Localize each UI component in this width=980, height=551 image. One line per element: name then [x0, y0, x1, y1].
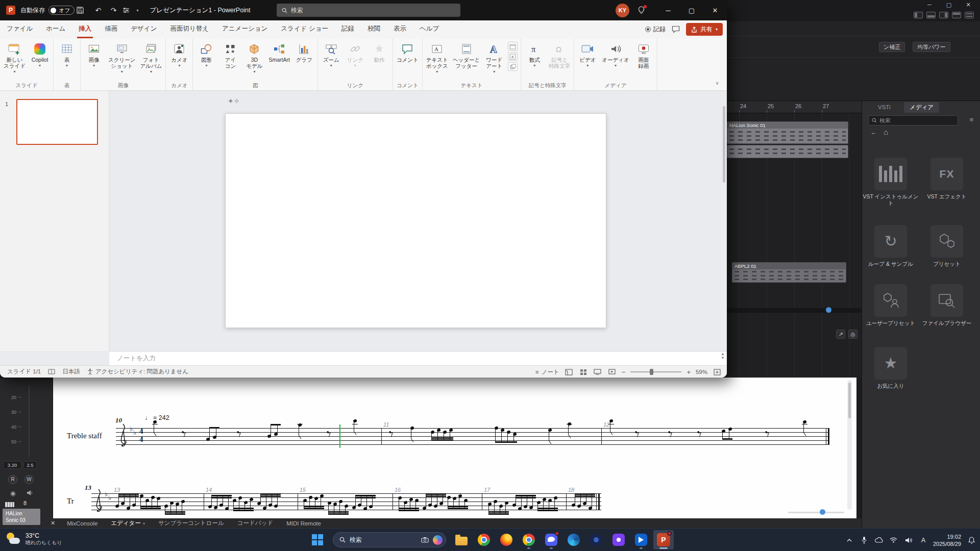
visual-search-camera-icon[interactable]: [421, 537, 429, 543]
dark-blue-app-taskbar-button[interactable]: [586, 530, 606, 549]
purple-app-taskbar-button[interactable]: [608, 530, 629, 549]
favorites-tile[interactable]: ★: [874, 347, 907, 380]
back-arrow-icon[interactable]: ←: [870, 129, 877, 136]
picture-button[interactable]: 画像▾: [82, 39, 106, 68]
equation-button[interactable]: π数式▾: [523, 39, 546, 68]
value-display[interactable]: 2.5: [23, 461, 37, 469]
fit-slide-to-window-icon[interactable]: [713, 367, 722, 377]
save-icon[interactable]: [77, 7, 90, 14]
zoom-slider-knob[interactable]: [650, 369, 653, 375]
midi-clip[interactable]: [727, 145, 848, 158]
menu-tab-record[interactable]: 記録: [335, 20, 361, 38]
hamburger-menu-icon[interactable]: ≡: [969, 116, 973, 123]
toolbar-option-button[interactable]: 均等パワー: [913, 42, 950, 52]
presets-tile[interactable]: [930, 225, 963, 258]
share-button[interactable]: 共有 ▾: [686, 23, 723, 36]
normal-view-icon[interactable]: [565, 367, 574, 377]
reading-view-icon[interactable]: [593, 367, 602, 377]
value-display[interactable]: 3.20: [3, 461, 21, 469]
shapes-button[interactable]: 図形▾: [194, 39, 218, 68]
zoom-level[interactable]: 59%: [696, 369, 707, 375]
cameo-button[interactable]: カメオ▾: [167, 39, 191, 68]
datetime-button[interactable]: [508, 42, 518, 51]
media-search-input[interactable]: 検索: [868, 115, 958, 126]
close-lower-zone-icon[interactable]: ✕: [43, 520, 60, 527]
wifi-icon[interactable]: [889, 534, 899, 546]
record-button[interactable]: 記録: [645, 25, 666, 34]
menu-tab-transitions[interactable]: 画面切り替え: [163, 20, 215, 38]
menu-tab-review[interactable]: 校閲: [361, 20, 387, 38]
canvas-scrollbar[interactable]: [723, 106, 725, 183]
loops-samples-tile[interactable]: ↻: [874, 225, 907, 258]
textbox-button[interactable]: Aテキスト ボックス▾: [424, 39, 450, 74]
audio-button[interactable]: オーディオ▾: [600, 39, 631, 68]
export-range-icon[interactable]: ↗: [836, 330, 845, 339]
lightbulb-icon[interactable]: [638, 6, 645, 14]
media-tab-vsti[interactable]: VSTi: [872, 102, 896, 113]
close-icon[interactable]: ✕: [703, 0, 727, 20]
vst-instrument-tile[interactable]: [874, 158, 907, 190]
scrollbar-thumb[interactable]: [848, 383, 851, 418]
customize-quick-access-icon[interactable]: [122, 7, 136, 13]
avatar[interactable]: KY: [616, 4, 629, 17]
menu-tab-help[interactable]: ヘルプ: [413, 20, 446, 38]
workspace-layout-toggle-icon[interactable]: [952, 12, 961, 18]
arrange-area[interactable]: HALion Sonic 01 ABPL2 01 ↗ ◎: [727, 113, 862, 378]
menu-tab-animations[interactable]: アニメーション: [215, 20, 274, 38]
chart-button[interactable]: グラフ: [292, 39, 316, 63]
menu-tab-slideshow[interactable]: スライド ショー: [274, 20, 335, 38]
comment-button[interactable]: コメント: [395, 39, 421, 63]
zoom-slider[interactable]: [630, 371, 681, 372]
menu-tab-home[interactable]: ホーム: [39, 20, 72, 38]
undo-icon[interactable]: ↶: [92, 6, 105, 14]
maximize-icon[interactable]: ▢: [680, 0, 703, 20]
write-automation-button[interactable]: W: [24, 475, 34, 484]
chevron-up-icon[interactable]: [844, 534, 854, 546]
home-icon[interactable]: ⌂: [884, 128, 888, 136]
wordart-button[interactable]: Aワード アート▾: [482, 39, 506, 74]
zoom-button[interactable]: ズーム▾: [320, 39, 343, 68]
comments-button[interactable]: [672, 26, 680, 33]
record-enable-icon[interactable]: ◉: [10, 490, 15, 497]
copilot-button[interactable]: Copilot▾: [28, 39, 52, 68]
taskbar-search-box[interactable]: 検索: [333, 532, 446, 547]
taskbar-clock[interactable]: 19:02 2025/08/29: [933, 533, 961, 547]
mic-icon[interactable]: [859, 534, 869, 546]
search-box[interactable]: 検索: [277, 4, 460, 17]
notes-pane[interactable]: ノートを入力: [109, 351, 727, 365]
slide-canvas[interactable]: [225, 113, 606, 328]
horizontal-scrollbar[interactable]: [727, 308, 862, 313]
slide-sorter-view-icon[interactable]: [579, 367, 588, 377]
cloud-icon[interactable]: [874, 534, 884, 546]
midi-clip[interactable]: HALion Sonic 01: [727, 121, 848, 144]
orange-browser-taskbar-button[interactable]: [496, 530, 517, 549]
language-indicator[interactable]: 日本語: [62, 368, 80, 375]
slide-thumbnail[interactable]: [16, 99, 98, 145]
score-editor[interactable]: 10 ♩ = 242 Treble staff 13 Tr ♭♭44♭♭1112…: [53, 378, 856, 518]
powerpoint-taskbar-button[interactable]: P: [653, 530, 674, 549]
lower-zone-tab-chord-pads[interactable]: コードパッド: [231, 519, 280, 527]
user-presets-tile[interactable]: [874, 284, 907, 317]
cubase-close-icon[interactable]: ✕: [959, 1, 978, 9]
workspace-layout-toggle-icon[interactable]: [914, 12, 923, 18]
browser-2-taskbar-button[interactable]: [519, 530, 539, 549]
cubase-maximize-icon[interactable]: ▢: [939, 1, 959, 9]
icons-button[interactable]: アイ コン: [218, 39, 242, 69]
slide-number-button[interactable]: #: [508, 52, 518, 61]
header-footer-button[interactable]: ヘッダーと フッター: [451, 39, 482, 69]
video-button[interactable]: ビデオ▾: [576, 39, 599, 68]
zoom-in-button[interactable]: +: [687, 368, 691, 376]
photo-album-button[interactable]: フォト アルバム▾: [138, 39, 164, 74]
monitor-icon[interactable]: [27, 490, 33, 496]
volume-icon[interactable]: [903, 534, 914, 546]
autosave-toggle[interactable]: オフ: [48, 6, 75, 15]
blue-app-taskbar-button[interactable]: [631, 530, 651, 549]
smartart-button[interactable]: SmartArt: [266, 39, 291, 63]
collapse-ribbon-icon[interactable]: ˅: [716, 81, 719, 86]
new-slide-button[interactable]: 新しい スライド▾: [2, 39, 28, 74]
menu-tab-file[interactable]: ファイル: [0, 20, 39, 38]
lower-zone-tab-mixconsole[interactable]: MixConsole: [60, 520, 104, 527]
menu-tab-design[interactable]: デザイン: [124, 20, 163, 38]
chevron-down-icon[interactable]: ▾: [137, 8, 139, 13]
track-name-label[interactable]: HALion Sonic 03: [3, 509, 40, 525]
